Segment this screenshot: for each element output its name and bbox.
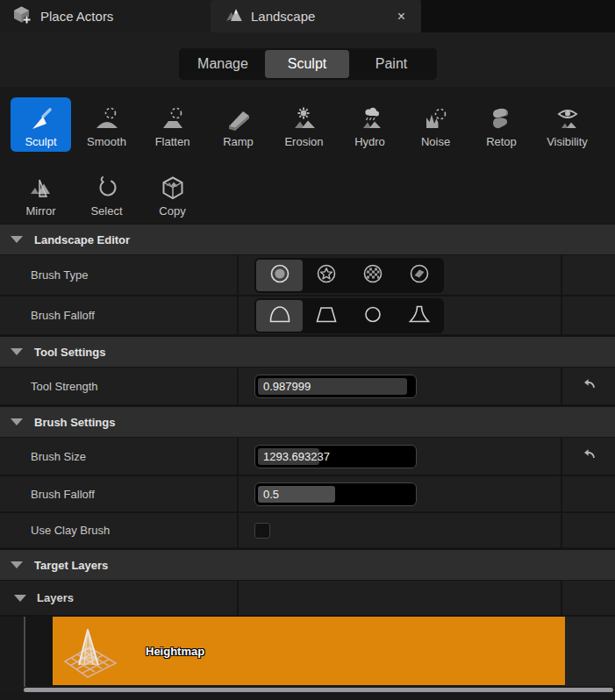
falloff-smooth-button[interactable]	[256, 300, 303, 332]
tool-smooth[interactable]: Smooth	[74, 97, 139, 152]
chevron-down-icon	[14, 595, 26, 602]
brush-falloff-type-label: Brush Falloff	[0, 296, 239, 334]
brush-falloff-value: 0.5	[255, 483, 416, 505]
brush-type-label: Brush Type	[0, 255, 239, 295]
layers-list: Heightmap	[0, 617, 615, 693]
falloff-linear-button[interactable]	[303, 300, 349, 332]
select-icon	[94, 175, 120, 202]
brush-type-component-button[interactable]	[396, 260, 442, 291]
tool-retop-label: Retop	[486, 135, 517, 148]
tab-place-actors[interactable]: Place Actors	[0, 0, 211, 32]
tool-flatten-label: Flatten	[155, 135, 190, 148]
section-target-layers[interactable]: Target Layers	[0, 549, 615, 581]
tool-noise[interactable]: Noise	[403, 97, 468, 152]
brush-type-circle-button[interactable]	[256, 260, 303, 291]
section-tool-settings[interactable]: Tool Settings	[0, 336, 615, 368]
ramp-icon	[225, 106, 252, 132]
chevron-down-icon	[11, 236, 23, 243]
tool-sculpt-label: Sculpt	[25, 135, 56, 148]
tool-strength-reset[interactable]	[561, 368, 615, 404]
tool-visibility[interactable]: Visibility	[534, 97, 600, 152]
tab-landscape[interactable]: Landscape ×	[211, 0, 421, 32]
brush-falloff-type-row: Brush Falloff	[0, 296, 615, 336]
tool-ramp-label: Ramp	[223, 135, 254, 148]
tool-copy[interactable]: Copy	[139, 167, 205, 221]
falloff-spherical-icon	[361, 304, 384, 327]
brush-circle-icon	[268, 262, 291, 289]
section-landscape-editor-title: Landscape Editor	[34, 233, 130, 246]
use-clay-brush-label: Use Clay Brush	[0, 513, 239, 547]
falloff-tip-button[interactable]	[396, 300, 442, 332]
tool-retop[interactable]: Retop	[468, 97, 534, 152]
falloff-smooth-icon	[268, 304, 291, 327]
brush-size-value: 1293.693237	[255, 446, 416, 468]
heightmap-icon	[58, 618, 121, 684]
copy-icon	[160, 175, 186, 202]
tool-strength-value: 0.987999	[255, 375, 416, 397]
tab-bar-filler	[421, 0, 615, 32]
use-clay-reset-col	[561, 513, 615, 547]
layer-item-heightmap[interactable]: Heightmap	[53, 617, 565, 685]
tool-ramp[interactable]: Ramp	[205, 97, 271, 152]
brush-size-input[interactable]: 1293.693237	[254, 445, 417, 468]
close-icon[interactable]: ×	[392, 8, 411, 25]
tool-erosion-label: Erosion	[284, 135, 323, 148]
brush-type-row: Brush Type	[0, 255, 615, 296]
tool-smooth-label: Smooth	[87, 135, 126, 148]
brush-component-icon	[408, 262, 431, 289]
tool-strength-label: Tool Strength	[0, 368, 239, 404]
tool-noise-label: Noise	[421, 135, 450, 148]
falloff-spherical-button[interactable]	[349, 300, 396, 332]
brush-falloff-reset-col	[561, 296, 615, 334]
brush-falloff-input[interactable]: 0.5	[254, 482, 417, 506]
tool-strength-input[interactable]: 0.987999	[254, 375, 417, 398]
landscape-icon	[225, 6, 243, 27]
tool-flatten[interactable]: Flatten	[139, 97, 205, 152]
tool-select-label: Select	[90, 204, 122, 218]
tool-mirror[interactable]: Mirror	[8, 167, 74, 221]
brush-falloff-value-row: Brush Falloff 0.5	[0, 476, 615, 513]
tab-manage[interactable]: Manage	[181, 50, 265, 78]
retop-icon	[489, 106, 515, 132]
flatten-icon	[160, 106, 186, 132]
tab-bar: Place Actors Landscape ×	[0, 0, 615, 32]
mode-segmented-control: Manage Sculpt Paint	[179, 48, 437, 80]
tool-select[interactable]: Select	[74, 167, 139, 221]
mode-bar: Manage Sculpt Paint	[0, 32, 615, 87]
tab-landscape-label: Landscape	[251, 9, 315, 24]
chevron-down-icon	[11, 561, 23, 568]
section-tool-settings-title: Tool Settings	[34, 346, 105, 359]
horizontal-scrollbar[interactable]	[24, 688, 613, 692]
visibility-icon	[554, 106, 581, 132]
smooth-icon	[94, 106, 120, 132]
tree-indent-gap	[25, 617, 53, 686]
brush-type-alpha-button[interactable]	[303, 260, 349, 291]
brush-falloff-reset-col	[561, 476, 615, 511]
tool-copy-label: Copy	[159, 204, 185, 218]
falloff-linear-icon	[315, 304, 338, 327]
tab-paint[interactable]: Paint	[349, 50, 433, 78]
tool-sculpt[interactable]: Sculpt	[11, 97, 71, 152]
falloff-tip-icon	[408, 304, 431, 327]
sculpt-trowel-icon	[28, 106, 54, 132]
hydro-icon	[357, 106, 383, 132]
brush-pattern-icon	[361, 262, 384, 289]
section-landscape-editor[interactable]: Landscape Editor	[0, 224, 615, 255]
brush-size-label: Brush Size	[0, 438, 239, 475]
brush-type-pattern-button[interactable]	[349, 260, 396, 291]
use-clay-brush-checkbox[interactable]	[254, 523, 270, 539]
layers-header: Layers	[0, 581, 239, 615]
brush-size-reset[interactable]	[561, 438, 615, 475]
section-brush-settings[interactable]: Brush Settings	[0, 406, 615, 438]
brush-size-row: Brush Size 1293.693237	[0, 438, 615, 476]
tool-mirror-label: Mirror	[26, 204, 56, 218]
layers-title: Layers	[37, 591, 74, 604]
tool-hydro[interactable]: Hydro	[337, 97, 403, 152]
reset-arrow-icon	[581, 446, 597, 466]
tab-sculpt[interactable]: Sculpt	[265, 50, 349, 78]
tool-erosion[interactable]: Erosion	[271, 97, 337, 152]
section-target-layers-title: Target Layers	[34, 559, 108, 572]
layers-header-row[interactable]: Layers	[0, 581, 615, 617]
noise-icon	[423, 106, 449, 132]
tool-visibility-label: Visibility	[547, 135, 588, 148]
